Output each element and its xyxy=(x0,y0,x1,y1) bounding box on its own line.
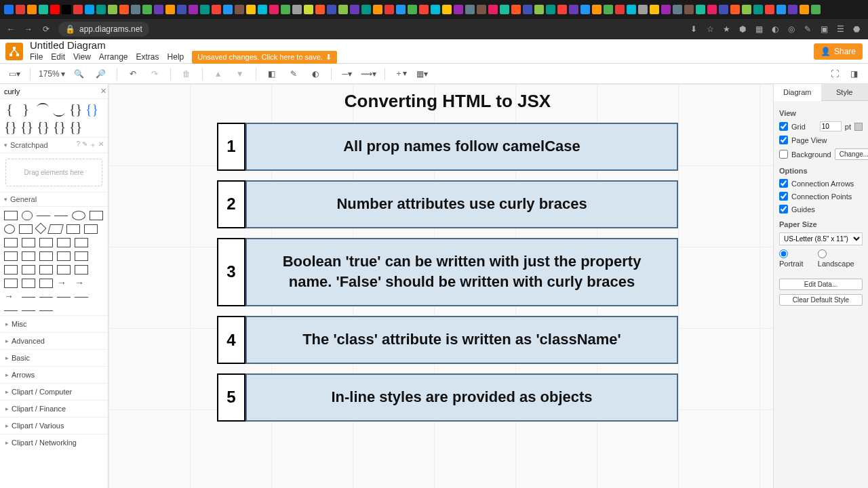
conn-arrows-checkbox[interactable] xyxy=(779,179,788,188)
tab-diagram[interactable]: Diagram xyxy=(774,84,821,101)
browser-tab-favicon[interactable] xyxy=(258,5,267,14)
arrow3-shape[interactable] xyxy=(4,292,18,302)
diagram-rule-row[interactable]: 5In-line styles are provided as objects xyxy=(217,373,678,422)
link4-shape[interactable] xyxy=(75,297,88,298)
ext1-icon[interactable]: ⬢ xyxy=(736,24,749,35)
diagram-rule-row[interactable]: 4The 'class' attribute is written as 'cl… xyxy=(217,316,678,364)
diamond-shape[interactable] xyxy=(35,223,47,235)
line-shape[interactable] xyxy=(54,216,68,216)
connection-icon[interactable]: ─▾ xyxy=(340,66,355,81)
cube-shape[interactable] xyxy=(75,265,88,274)
browser-tab-favicon[interactable] xyxy=(16,5,25,14)
browser-tab-favicon[interactable] xyxy=(696,5,705,14)
share-button[interactable]: 👤 Share xyxy=(814,43,863,60)
browser-tab-favicon[interactable] xyxy=(719,5,728,14)
browser-tab-favicon[interactable] xyxy=(788,5,797,14)
format-panel-icon[interactable]: ◨ xyxy=(846,66,861,81)
rule-text[interactable]: Number attributes use curly braces xyxy=(245,180,678,228)
brace6-icon[interactable]: {} xyxy=(69,121,80,133)
browser-tab-favicon[interactable] xyxy=(673,5,682,14)
general-header[interactable]: ▾ General xyxy=(0,192,108,207)
browser-tab-favicon[interactable] xyxy=(730,5,740,14)
and-shape[interactable] xyxy=(39,265,53,274)
browser-tab-favicon[interactable] xyxy=(557,5,567,14)
browser-tab-favicon[interactable] xyxy=(384,5,394,14)
landscape-radio[interactable] xyxy=(818,249,827,258)
menu-help[interactable]: Help xyxy=(167,52,184,62)
rule-text[interactable]: All prop names follow camelCase xyxy=(245,123,678,171)
browser-tab-favicon[interactable] xyxy=(431,5,440,14)
brace-wave-icon[interactable]: ⏜ xyxy=(37,103,47,115)
tape-shape[interactable] xyxy=(22,251,35,261)
ext3-icon[interactable]: ◐ xyxy=(769,24,781,35)
circle-shape[interactable] xyxy=(4,224,15,234)
download-icon[interactable]: ⬇ xyxy=(688,24,700,35)
background-checkbox[interactable] xyxy=(779,150,788,159)
corner-shape[interactable] xyxy=(22,279,35,288)
portrait-radio[interactable] xyxy=(779,249,788,258)
browser-tab-favicon[interactable] xyxy=(800,5,809,14)
browser-tab-favicon[interactable] xyxy=(419,5,429,14)
document-title[interactable]: Untitled Diagram xyxy=(30,39,337,51)
bookmark-icon[interactable]: ☆ xyxy=(704,24,716,35)
scratch-close-icon[interactable]: ✕ xyxy=(98,140,104,150)
link5-shape[interactable] xyxy=(4,310,18,311)
menu-view[interactable]: View xyxy=(73,52,91,62)
link3-shape[interactable] xyxy=(57,297,71,298)
process-shape[interactable] xyxy=(19,224,33,234)
brace2-icon[interactable]: {} xyxy=(4,121,15,133)
browser-tab-favicon[interactable] xyxy=(765,5,774,14)
ext4-icon[interactable]: ◎ xyxy=(785,24,797,35)
canvas-area[interactable]: Converting HTML to JSX 1All prop names f… xyxy=(108,84,773,488)
rule-number[interactable]: 5 xyxy=(217,373,245,422)
shadow-icon[interactable]: ◐ xyxy=(308,66,323,81)
browser-tab-favicon[interactable] xyxy=(442,5,452,14)
browser-tab-favicon[interactable] xyxy=(235,5,244,14)
rule-number[interactable]: 1 xyxy=(217,123,245,171)
browser-tab-favicon[interactable] xyxy=(742,5,751,14)
browser-tab-favicon[interactable] xyxy=(615,5,625,14)
rect-shape[interactable] xyxy=(4,211,18,220)
roundrect-shape[interactable] xyxy=(22,211,33,220)
scratchpad-dropzone[interactable]: Drag elements here xyxy=(5,159,102,186)
browser-tab-favicon[interactable] xyxy=(465,5,475,14)
diagram-rule-row[interactable]: 2Number attributes use curly braces xyxy=(217,180,678,228)
diagram-title[interactable]: Converting HTML to JSX xyxy=(217,91,678,112)
browser-tab-favicon[interactable] xyxy=(523,5,532,14)
browser-tab-favicon[interactable] xyxy=(661,5,671,14)
zoom-in-icon[interactable]: 🔍 xyxy=(72,66,87,81)
clear-style-button[interactable]: Clear Default Style xyxy=(779,294,863,306)
text-shape[interactable] xyxy=(37,216,50,216)
shape-category[interactable]: ▸Clipart / Various xyxy=(0,417,108,434)
browser-tab-favicon[interactable] xyxy=(62,5,71,14)
rule-text[interactable]: Boolean 'true' can be written with just … xyxy=(245,238,678,307)
menu-arrange[interactable]: Arrange xyxy=(99,52,128,62)
page-tool-icon[interactable]: ▭▾ xyxy=(7,66,22,81)
square-shape[interactable] xyxy=(90,211,103,220)
internal-shape[interactable] xyxy=(4,279,18,288)
shape-category[interactable]: ▸Clipart / Computer xyxy=(0,383,108,400)
browser-tab-favicon[interactable] xyxy=(373,5,382,14)
link1-shape[interactable] xyxy=(22,297,35,298)
shape-category[interactable]: ▸Arrows xyxy=(0,366,108,383)
brace-left-icon[interactable]: { xyxy=(4,103,15,115)
browser-tab-favicon[interactable] xyxy=(96,5,106,14)
browser-tab-favicon[interactable] xyxy=(408,5,417,14)
grid-color-swatch[interactable] xyxy=(854,123,863,131)
menu-file[interactable]: File xyxy=(30,52,43,62)
browser-tab-favicon[interactable] xyxy=(580,5,590,14)
address-bar[interactable]: 🔒 app.diagrams.net xyxy=(58,22,149,37)
browser-tab-favicon[interactable] xyxy=(119,5,129,14)
redo-icon[interactable]: ↷ xyxy=(147,66,162,81)
fullscreen-icon[interactable]: ⛶ xyxy=(827,66,842,81)
browser-tab-favicon[interactable] xyxy=(327,5,336,14)
curve-shape[interactable] xyxy=(4,265,18,274)
browser-tab-favicon[interactable] xyxy=(477,5,486,14)
browser-tab-favicon[interactable] xyxy=(454,5,463,14)
browser-tab-favicon[interactable] xyxy=(569,5,578,14)
conn-points-checkbox[interactable] xyxy=(779,192,788,201)
shape-category[interactable]: ▸Clipart / Networking xyxy=(0,434,108,451)
waypoint-icon[interactable]: ⟿▾ xyxy=(361,66,376,81)
fill-color-icon[interactable]: ◧ xyxy=(264,66,279,81)
browser-tab-favicon[interactable] xyxy=(4,5,14,14)
